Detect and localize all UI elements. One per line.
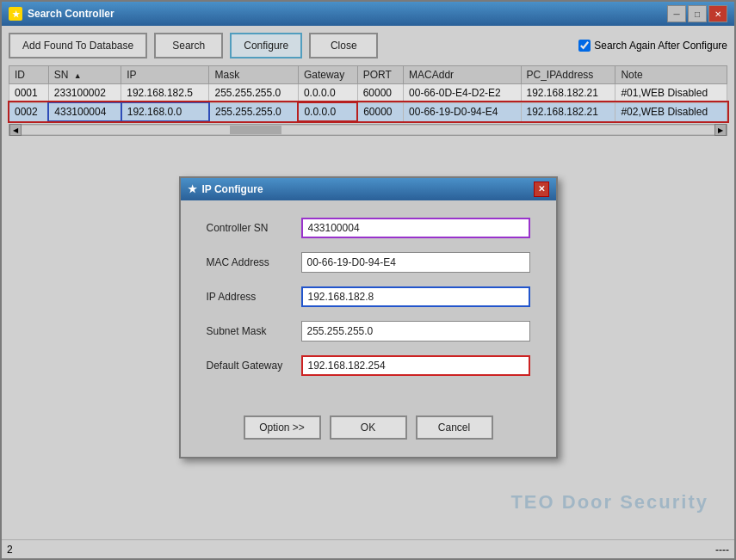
dialog-footer: Option >> OK Cancel [181,407,556,457]
minimize-button[interactable]: ─ [667,5,686,22]
ip-address-input[interactable] [301,286,530,307]
gateway-label: Default Gateway [207,360,301,372]
mac-address-input[interactable] [301,252,530,273]
dialog-title-area: ★ IP Configure [188,183,263,195]
status-right: ---- [715,544,729,556]
dialog-title-text: IP Configure [202,183,263,195]
subnet-mask-input[interactable] [301,321,530,342]
title-bar-left: ★ Search Controller [9,7,114,21]
status-left: 2 [7,544,13,556]
ip-label: IP Address [207,291,301,303]
dialog-titlebar: ★ IP Configure ✕ [181,178,556,200]
app-icon: ★ [9,7,22,21]
title-bar-controls: ─ □ ✕ [667,5,727,22]
cancel-button[interactable]: Cancel [416,415,493,440]
ok-button[interactable]: OK [330,415,407,440]
dialog-icon: ★ [188,183,197,195]
window-close-button[interactable]: ✕ [708,5,727,22]
dialog-content: Controller SN MAC Address IP Address Sub… [181,200,556,407]
form-row-sn: Controller SN [207,218,530,238]
option-button[interactable]: Option >> [244,415,321,440]
form-row-gateway: Default Gateway [207,355,530,376]
form-row-mask: Subnet Mask [207,321,530,342]
mask-label: Subnet Mask [207,325,301,337]
dialog-close-button[interactable]: ✕ [534,182,549,197]
form-row-ip: IP Address [207,286,530,307]
modal-overlay: ★ IP Configure ✕ Controller SN MAC Addre… [2,26,734,539]
sn-label: Controller SN [207,222,301,234]
form-row-mac: MAC Address [207,252,530,273]
status-bar: 2 ---- [2,539,734,558]
maximize-button[interactable]: □ [688,5,707,22]
main-window: ★ Search Controller ─ □ ✕ Add Found To D… [0,0,736,560]
controller-sn-input[interactable] [301,218,530,238]
ip-configure-dialog: ★ IP Configure ✕ Controller SN MAC Addre… [179,176,558,458]
window-title: Search Controller [28,8,114,20]
mac-label: MAC Address [207,256,301,268]
title-bar: ★ Search Controller ─ □ ✕ [2,2,734,26]
default-gateway-input[interactable] [301,355,530,376]
content-area: Add Found To Database Search Configure C… [2,26,734,539]
